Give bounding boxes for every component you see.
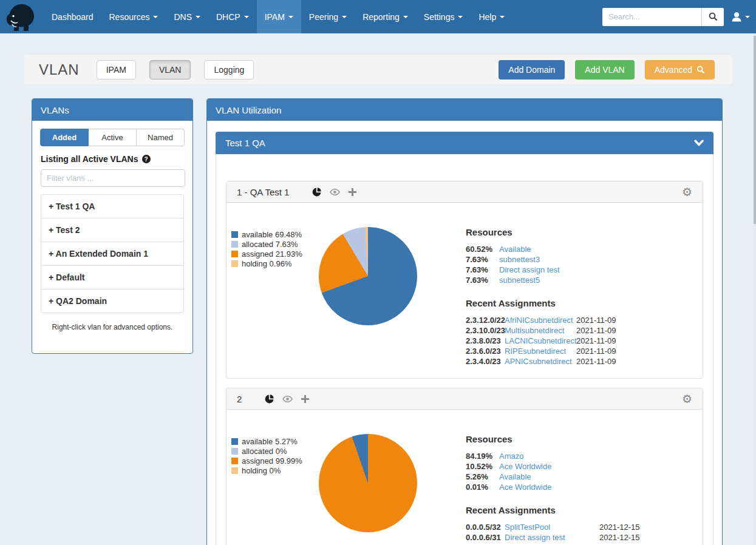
user-icon (731, 12, 742, 22)
assignment-link[interactable]: Multisubnetdirect (505, 326, 576, 335)
caret-down-icon (153, 16, 158, 18)
resource-link[interactable]: subnettest3 (499, 255, 540, 264)
eye-icon[interactable] (282, 396, 293, 402)
legend-row-allocated: allocated 7.63% (231, 239, 302, 249)
caret-down-icon (500, 16, 505, 18)
utilization-card-2: 2 (226, 388, 703, 545)
assignments-rows: 0.0.0.5/32SplitTestPool2021-12-15 0.0.0.… (466, 522, 703, 543)
vlan-utilization-panel: VLAN Utilization Test 1 QA 1 - QA Test 1 (206, 98, 723, 545)
tab-added[interactable]: Added (40, 129, 89, 146)
resource-link[interactable]: Amazo (499, 452, 523, 461)
plus-icon[interactable] (301, 395, 309, 403)
assignment-row: 2.3.6.0/23RIPEsubnetdirect2021-11-09 (466, 346, 703, 356)
assignment-link[interactable]: RIPEsubnetdirect (505, 347, 576, 356)
assignment-link[interactable]: LACNICsubnetdirect (505, 336, 576, 345)
resource-row: 7.63%subnettest5 (466, 275, 703, 285)
eye-icon[interactable] (330, 189, 340, 195)
vlan-list: + Test 1 QA + Test 2 + An Extended Domai… (41, 194, 184, 313)
pie-chart-icon[interactable] (265, 394, 274, 404)
add-vlan-button[interactable]: Add VLAN (575, 60, 634, 80)
nav-item-resources[interactable]: Resources (101, 0, 166, 33)
legend-swatch (231, 241, 238, 248)
accordion-title: Test 1 QA (225, 138, 265, 148)
legend-swatch (231, 458, 238, 464)
nav-item-dns[interactable]: DNS (166, 0, 208, 33)
header-actions: Add Domain Add VLAN Advanced (499, 60, 715, 80)
tab-ipam[interactable]: IPAM (97, 60, 136, 80)
nav-item-reporting[interactable]: Reporting (355, 0, 416, 33)
vlan-filter-tabs: Added Active Named (40, 129, 185, 146)
plus-icon[interactable] (349, 188, 356, 196)
nav-label: DNS (174, 12, 192, 22)
list-menu-icon[interactable] (318, 395, 326, 402)
resource-link[interactable]: Available (499, 245, 531, 254)
vlan-item-test-1-qa[interactable]: + Test 1 QA (41, 195, 183, 218)
page-scrollbar-thumb[interactable] (754, 36, 756, 224)
resource-row: 60.52%Available (466, 244, 703, 254)
user-menu[interactable] (731, 12, 750, 22)
view-tabs: IPAM VLAN Logging (97, 60, 254, 80)
card-2-header: 2 (226, 388, 703, 410)
gear-icon[interactable]: ⚙ (682, 186, 692, 198)
page-scrollbar-track[interactable] (754, 33, 756, 545)
pie-chart-icon[interactable] (312, 188, 321, 197)
assignment-link[interactable]: APNICsubnetdirect (505, 357, 576, 366)
search-button[interactable] (701, 8, 724, 26)
gear-icon[interactable]: ⚙ (682, 393, 692, 405)
legend-swatch (231, 260, 238, 267)
card-toolbar (265, 394, 326, 404)
vlan-item-an-extended-domain-1[interactable]: + An Extended Domain 1 (41, 242, 183, 266)
tab-vlan[interactable]: VLAN (149, 60, 191, 80)
accordion-content: 1 - QA Test 1 (216, 154, 713, 545)
sidebar-footer-note: Right-click vlan for advanced options. (32, 323, 192, 331)
vlan-item-test-2[interactable]: + Test 2 (41, 218, 183, 242)
tab-logging[interactable]: Logging (204, 60, 254, 80)
list-menu-icon[interactable] (365, 188, 373, 195)
nav-item-settings[interactable]: Settings (416, 0, 471, 33)
resource-row: 84.19%Amazo (466, 451, 703, 461)
resource-link[interactable]: Direct assign test (499, 265, 560, 274)
card-1-details: Resources 60.52%Available 7.63%subnettes… (466, 227, 703, 367)
search-input[interactable] (602, 8, 701, 26)
assignment-row: 2.3.4.0/23APNICsubnetdirect2021-11-09 (466, 356, 703, 367)
provision-elephant-logo[interactable] (5, 2, 36, 33)
nav-item-help[interactable]: Help (471, 0, 513, 33)
assignment-link[interactable]: Direct assign test (505, 533, 599, 542)
add-domain-button[interactable]: Add Domain (499, 60, 565, 80)
caret-down-icon (196, 16, 200, 18)
chevron-down-icon (694, 140, 704, 146)
search-icon (709, 12, 718, 21)
tab-named[interactable]: Named (137, 129, 185, 146)
legend-swatch (231, 448, 238, 455)
nav-item-peering[interactable]: Peering (301, 0, 355, 33)
resource-row: 7.63%subnettest3 (466, 254, 703, 265)
utilization-pie-chart (319, 227, 417, 325)
help-icon[interactable]: ? (142, 155, 151, 163)
tab-active[interactable]: Active (89, 129, 137, 146)
assignment-link[interactable]: SplitTestPool (505, 523, 599, 532)
nav-item-dhcp[interactable]: DHCP (208, 0, 257, 33)
resource-link[interactable]: subnettest5 (499, 276, 540, 285)
resource-link[interactable]: Ace Worldwide (499, 482, 551, 492)
assignment-row: 0.0.0.6/31Direct assign test2021-12-15 (466, 532, 703, 543)
search-icon (696, 66, 705, 74)
navbar-right (602, 8, 750, 26)
advanced-search-button[interactable]: Advanced (645, 60, 715, 80)
card-toolbar (312, 188, 373, 197)
top-navbar: Dashboard Resources DNS DHCP IPAM Peerin… (0, 0, 756, 33)
resource-link[interactable]: Ace Worldwide (499, 462, 551, 471)
nav-item-dashboard[interactable]: Dashboard (44, 0, 101, 33)
accordion-test-1-qa[interactable]: Test 1 QA (216, 132, 713, 154)
page-header: VLAN IPAM VLAN Logging Add Domain Add VL… (24, 55, 732, 84)
filter-vlans-input[interactable] (41, 169, 185, 187)
resource-link[interactable]: Available (499, 472, 531, 481)
legend-row-assigned: assigned 99.99% (231, 456, 302, 465)
legend-row-holding: holding 0.96% (231, 259, 302, 268)
vlan-item-qa2-domain[interactable]: + QA2 Domain (41, 289, 183, 313)
vlans-panel: VLANs Added Active Named Listing all Act… (32, 98, 193, 354)
assignment-link[interactable]: AfriNICsubnetdirect (505, 316, 576, 325)
card-2-body: available 5.27% allocated 0% assigned 99… (226, 410, 703, 545)
vlan-item-default[interactable]: + Default (41, 266, 183, 289)
legend-swatch (231, 467, 238, 474)
nav-item-ipam[interactable]: IPAM (257, 0, 301, 33)
